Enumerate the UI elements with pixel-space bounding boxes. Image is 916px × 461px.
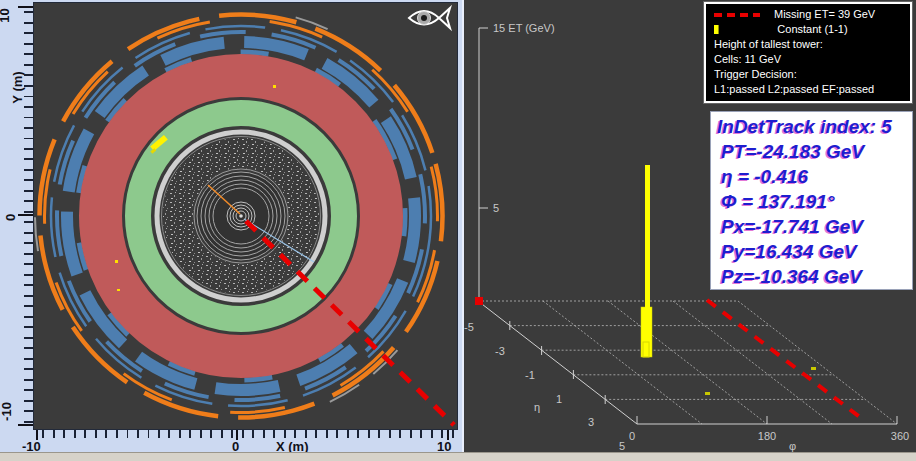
track-info-title: InDetTrack index: 5 [717, 114, 908, 139]
y-axis-tick-neg10: -10 [0, 402, 14, 421]
track-info-box: InDetTrack index: 5 PT=-24.183 GeV η = -… [710, 111, 913, 290]
track-pt: PT=-24.183 GeV [717, 139, 908, 164]
yx-projection-panel: 10 Y (m) 0 -10 -10 0 X (m) 10 [0, 0, 462, 452]
track-phi: Φ = 137.191° [717, 189, 908, 214]
y-axis-tick-10: 10 [0, 8, 12, 22]
svg-text:-1: -1 [525, 369, 535, 381]
svg-text:-3: -3 [495, 345, 505, 357]
svg-text:360: 360 [891, 430, 909, 442]
detector-cross-section [34, 3, 457, 429]
track-py: Py=16.434 GeV [717, 239, 908, 264]
legend-trigger-status: L1:passed L2:passed EF:passed [714, 82, 904, 97]
legend-constant-row: Constant (1-1) [714, 22, 904, 37]
legend-height: Height of tallest tower: [714, 37, 904, 52]
missing-et-dash-icon [714, 13, 760, 17]
legend-constant: Constant (1-1) [721, 22, 904, 37]
legend-cells: Cells: 11 GeV [714, 52, 904, 67]
y-major-tick [18, 214, 33, 216]
legend-box: Missing ET= 39 GeV Constant (1-1) Height… [704, 2, 912, 103]
et-axis-mid-label: 5 [493, 202, 499, 214]
svg-text:0: 0 [629, 430, 635, 442]
fisheye-icon [409, 8, 450, 28]
et-tower[interactable] [641, 165, 652, 357]
svg-text:3: 3 [588, 416, 594, 428]
constant-bar-icon [714, 25, 719, 34]
detector-cross-section-canvas[interactable] [33, 2, 458, 430]
phi-axis-title: φ [789, 440, 796, 452]
lego-origin-marker [475, 297, 483, 305]
beam-spot [239, 214, 243, 218]
lego-grid [478, 301, 897, 424]
missing-et-line-lego[interactable] [707, 300, 861, 418]
track-px: Px=-17.741 GeV [717, 214, 908, 239]
track-eta: η = -0.416 [717, 164, 908, 189]
legend-missing-et-row: Missing ET= 39 GeV [714, 7, 904, 22]
small-cell-hits [705, 367, 816, 395]
svg-text:-5: -5 [464, 321, 474, 333]
y-axis-label: Y (m) [10, 71, 25, 103]
y-major-tick [18, 6, 33, 8]
svg-text:180: 180 [758, 430, 776, 442]
track-pz: Pz=-10.364 GeV [717, 264, 908, 289]
eta-axis-title: η [534, 401, 540, 413]
y-axis-tick-0: 0 [3, 214, 18, 221]
status-strip [0, 452, 916, 461]
svg-text:5: 5 [619, 440, 625, 452]
svg-text:1: 1 [556, 393, 562, 405]
legend-trigger: Trigger Decision: [714, 67, 904, 82]
et-axis-top-label: 15 ET (GeV) [493, 22, 555, 34]
y-major-tick [18, 424, 33, 426]
legend-missing-et: Missing ET= 39 GeV [774, 7, 904, 22]
